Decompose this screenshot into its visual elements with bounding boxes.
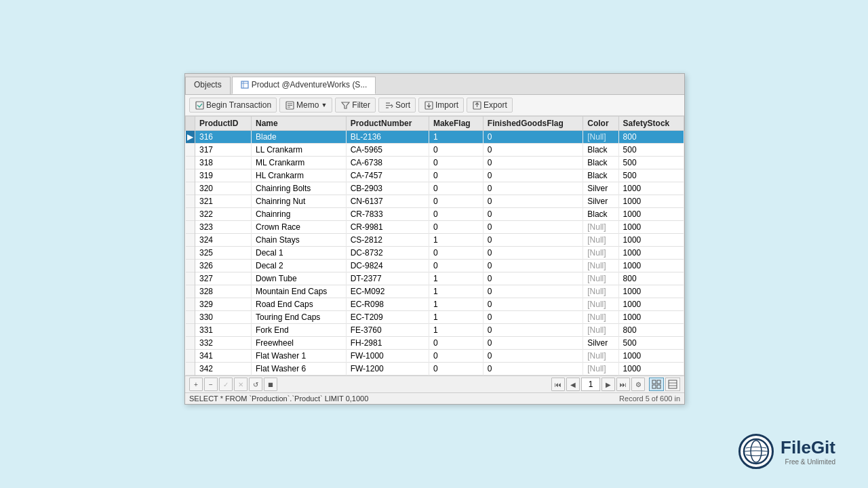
- import-button[interactable]: Import: [418, 98, 464, 113]
- svg-rect-0: [241, 81, 248, 88]
- form-view-button[interactable]: [665, 378, 680, 391]
- col-header-color[interactable]: Color: [583, 117, 618, 131]
- cell-make: 1: [429, 324, 483, 337]
- memo-dropdown-icon: ▼: [321, 102, 327, 108]
- cell-finished: 0: [483, 195, 583, 208]
- cell-color: [Null]: [583, 272, 618, 285]
- cell-make: 0: [429, 157, 483, 169]
- table-row[interactable]: 321Chainring NutCN-613700Silver1000: [186, 195, 684, 208]
- col-header-finishedgoodsflag[interactable]: FinishedGoodsFlag: [483, 117, 583, 131]
- data-table: ProductID Name ProductNumber MakeFlag Fi…: [185, 116, 684, 375]
- table-row[interactable]: 342Flat Washer 6FW-120000[Null]1000: [186, 363, 684, 375]
- table-row[interactable]: 332FreewheelFH-298100Silver500: [186, 337, 684, 350]
- cell-safety: 1000: [618, 260, 684, 272]
- cancel-edit-button[interactable]: ✕: [234, 378, 248, 391]
- cell-name: Chain Stays: [251, 234, 346, 247]
- query-display: SELECT * FROM `Production`.`Product` LIM…: [189, 394, 619, 403]
- cell-number: CR-7833: [346, 208, 429, 221]
- table-row[interactable]: 326Decal 2DC-982400[Null]1000: [186, 260, 684, 272]
- cell-number: DC-8732: [346, 247, 429, 260]
- cell-name: Crown Race: [251, 221, 346, 234]
- first-page-button[interactable]: ⏮: [551, 378, 565, 391]
- data-table-container[interactable]: ProductID Name ProductNumber MakeFlag Fi…: [185, 116, 684, 375]
- page-number-input[interactable]: [581, 378, 600, 391]
- begin-transaction-button[interactable]: Begin Transaction: [189, 98, 277, 113]
- col-header-productnumber[interactable]: ProductNumber: [346, 117, 429, 131]
- table-row[interactable]: ▶316BladeBL-213610[Null]800: [186, 131, 684, 144]
- table-row[interactable]: 320Chainring BoltsCB-290300Silver1000: [186, 182, 684, 195]
- grid-view-button[interactable]: [649, 378, 664, 391]
- stop-button[interactable]: ⏹: [264, 378, 277, 391]
- refresh-button[interactable]: ↺: [249, 378, 262, 391]
- table-row[interactable]: 322ChainringCR-783300Black1000: [186, 208, 684, 221]
- col-header-productid[interactable]: ProductID: [195, 117, 252, 131]
- table-row[interactable]: 327Down TubeDT-237710[Null]800: [186, 272, 684, 285]
- col-header-safetystock[interactable]: SafetyStock: [618, 117, 684, 131]
- table-row[interactable]: 328Mountain End CapsEC-M09210[Null]1000: [186, 285, 684, 298]
- export-icon: [472, 100, 481, 110]
- cell-make: 0: [429, 195, 483, 208]
- table-row[interactable]: 319HL CrankarmCA-745700Black500: [186, 169, 684, 182]
- cell-name: Mountain End Caps: [251, 285, 346, 298]
- sort-button[interactable]: Sort: [378, 98, 416, 113]
- delete-row-button[interactable]: −: [204, 378, 218, 391]
- table-row[interactable]: 341Flat Washer 1FW-100000[Null]1000: [186, 350, 684, 363]
- logo-area: FileGit Free & Unlimited: [738, 434, 835, 469]
- cell-safety: 500: [618, 337, 684, 350]
- cell-make: 1: [429, 131, 483, 144]
- next-page-button[interactable]: ▶: [601, 378, 615, 391]
- cell-finished: 0: [483, 131, 583, 144]
- form-view-icon: [668, 380, 677, 389]
- cell-color: Silver: [583, 337, 618, 350]
- table-row[interactable]: 330Touring End CapsEC-T20910[Null]1000: [186, 311, 684, 324]
- tab-product[interactable]: Product @AdventureWorks (S...: [232, 77, 376, 94]
- svg-marker-8: [342, 102, 349, 108]
- tab-objects[interactable]: Objects: [185, 77, 231, 94]
- add-row-button[interactable]: +: [189, 378, 203, 391]
- table-icon: [241, 81, 249, 89]
- cell-color: Black: [583, 144, 618, 157]
- cell-productid: 341: [195, 350, 252, 363]
- col-header-name[interactable]: Name: [251, 117, 346, 131]
- cell-name: LL Crankarm: [251, 144, 346, 157]
- row-indicator: [186, 311, 195, 324]
- table-row[interactable]: 329Road End CapsEC-R09810[Null]1000: [186, 298, 684, 311]
- cell-finished: 0: [483, 157, 583, 169]
- table-row[interactable]: 331Fork EndFE-376010[Null]800: [186, 324, 684, 337]
- export-button[interactable]: Export: [467, 98, 513, 113]
- cell-number: DC-9824: [346, 260, 429, 272]
- cell-color: [Null]: [583, 311, 618, 324]
- table-row[interactable]: 325Decal 1DC-873200[Null]1000: [186, 247, 684, 260]
- cell-color: [Null]: [583, 131, 618, 144]
- cell-productid: 327: [195, 272, 252, 285]
- cell-finished: 0: [483, 311, 583, 324]
- table-row[interactable]: 317LL CrankarmCA-596500Black500: [186, 144, 684, 157]
- cell-name: ML Crankarm: [251, 157, 346, 169]
- cell-number: CS-2812: [346, 234, 429, 247]
- cell-make: 1: [429, 272, 483, 285]
- cell-safety: 1000: [618, 298, 684, 311]
- filter-icon: [340, 100, 350, 110]
- row-indicator: [186, 221, 195, 234]
- table-row[interactable]: 318ML CrankarmCA-673800Black500: [186, 157, 684, 169]
- row-indicator: [186, 298, 195, 311]
- col-header-makeflag[interactable]: MakeFlag: [429, 117, 483, 131]
- confirm-button[interactable]: ✓: [219, 378, 233, 391]
- cell-productid: 332: [195, 337, 252, 350]
- row-indicator: [186, 285, 195, 298]
- cell-name: Down Tube: [251, 272, 346, 285]
- last-page-button[interactable]: ⏭: [616, 378, 630, 391]
- cell-name: Decal 1: [251, 247, 346, 260]
- prev-page-button[interactable]: ◀: [566, 378, 580, 391]
- cell-safety: 800: [618, 272, 684, 285]
- import-icon: [424, 100, 433, 110]
- cell-color: [Null]: [583, 363, 618, 375]
- memo-button[interactable]: Memo ▼: [279, 98, 332, 113]
- cell-safety: 1000: [618, 195, 684, 208]
- table-row[interactable]: 323Crown RaceCR-998100[Null]1000: [186, 221, 684, 234]
- cell-color: [Null]: [583, 221, 618, 234]
- table-row[interactable]: 324Chain StaysCS-281210[Null]1000: [186, 234, 684, 247]
- settings-button[interactable]: ⚙: [631, 378, 645, 391]
- row-indicator: [186, 363, 195, 375]
- filter-button[interactable]: Filter: [335, 98, 376, 113]
